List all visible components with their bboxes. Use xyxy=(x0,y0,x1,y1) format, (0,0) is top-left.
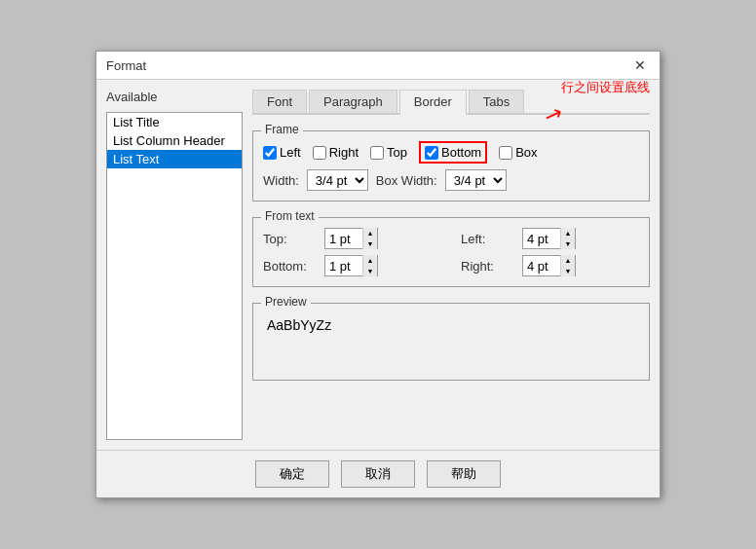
left-spin-up[interactable]: ▲ xyxy=(561,228,575,238)
tab-font[interactable]: Font xyxy=(252,90,307,113)
left-spinner-btns: ▲ ▼ xyxy=(560,228,575,249)
from-text-group: From text Top: ▲ ▼ xyxy=(252,217,650,287)
left-label: Left xyxy=(280,145,301,160)
bottom-label: Bottom xyxy=(441,145,481,160)
left-checkbox-label[interactable]: Left xyxy=(263,145,301,160)
help-button[interactable]: 帮助 xyxy=(427,460,501,488)
bottom-spinner: ▲ ▼ xyxy=(324,255,378,276)
box-width-label: Box Width: xyxy=(376,173,437,188)
bottom-row: Bottom: ▲ ▼ xyxy=(263,255,441,276)
left-ft-label: Left: xyxy=(461,232,514,246)
bottom-checkbox[interactable] xyxy=(425,146,438,160)
tab-tabs[interactable]: Tabs xyxy=(469,90,524,113)
right-checkbox[interactable] xyxy=(313,146,326,160)
bottom-ft-label: Bottom: xyxy=(263,259,317,274)
available-label: Available xyxy=(106,90,243,104)
top-ft-label: Top: xyxy=(263,232,317,246)
box-checkbox[interactable] xyxy=(499,146,512,160)
dialog-footer: 确定 取消 帮助 xyxy=(96,450,660,497)
tab-bar: Font Paragraph Border Tabs xyxy=(252,90,650,115)
close-button[interactable]: ✕ xyxy=(630,57,650,73)
right-checkbox-label[interactable]: Right xyxy=(313,145,359,160)
from-text-row1: Top: ▲ ▼ Left: xyxy=(263,228,639,249)
top-checkbox-label[interactable]: Top xyxy=(370,145,407,160)
styles-list: List Title List Column Header List Text xyxy=(106,112,243,440)
bottom-spin-down[interactable]: ▼ xyxy=(363,266,377,276)
bottom-spin-up[interactable]: ▲ xyxy=(363,255,377,266)
top-spin-down[interactable]: ▼ xyxy=(363,238,377,249)
dialog-body: Available List Title List Column Header … xyxy=(96,80,660,450)
right-panel: Font Paragraph Border Tabs Frame Left xyxy=(252,90,650,440)
from-text-row2: Bottom: ▲ ▼ Right: xyxy=(263,255,639,276)
top-input[interactable] xyxy=(325,229,362,248)
right-spinner-btns: ▲ ▼ xyxy=(560,255,575,276)
bottom-input[interactable] xyxy=(325,256,362,275)
frame-group: Frame Left Right Top xyxy=(252,130,650,201)
border-content: Frame Left Right Top xyxy=(252,123,650,440)
left-spinner: ▲ ▼ xyxy=(522,228,576,249)
box-checkbox-label[interactable]: Box xyxy=(499,145,537,160)
from-text-group-label: From text xyxy=(261,209,319,223)
right-input[interactable] xyxy=(523,256,560,275)
list-item-title[interactable]: List Title xyxy=(107,113,242,131)
left-row: Left: ▲ ▼ xyxy=(461,228,639,249)
frame-checkboxes: Left Right Top Bottom xyxy=(263,141,639,164)
bottom-checkbox-label[interactable]: Bottom xyxy=(419,141,487,164)
width-select[interactable]: 3/4 pt 1/4 pt 1/2 pt 1 pt 2 pt xyxy=(307,169,368,191)
preview-group-label: Preview xyxy=(261,295,311,309)
frame-group-label: Frame xyxy=(261,123,303,136)
top-label: Top xyxy=(387,145,407,160)
tab-paragraph[interactable]: Paragraph xyxy=(309,90,397,113)
width-label: Width: xyxy=(263,173,299,188)
top-spinner: ▲ ▼ xyxy=(324,228,378,249)
width-row: Width: 3/4 pt 1/4 pt 1/2 pt 1 pt 2 pt Bo… xyxy=(263,169,639,191)
top-row: Top: ▲ ▼ xyxy=(263,228,441,249)
right-label: Right xyxy=(329,145,359,160)
format-dialog: Format ✕ Available List Title List Colum… xyxy=(95,51,661,498)
title-bar: Format ✕ xyxy=(96,52,660,80)
top-spinner-btns: ▲ ▼ xyxy=(362,228,377,249)
box-label: Box xyxy=(515,145,537,160)
box-width-select[interactable]: 3/4 pt 1/4 pt 1/2 pt 1 pt 2 pt xyxy=(445,169,507,191)
right-ft-label: Right: xyxy=(461,259,514,274)
left-checkbox[interactable] xyxy=(263,146,277,160)
left-input[interactable] xyxy=(523,229,560,248)
cancel-button[interactable]: 取消 xyxy=(341,460,415,488)
bottom-spinner-btns: ▲ ▼ xyxy=(362,255,377,276)
right-row: Right: ▲ ▼ xyxy=(461,255,639,276)
tab-border[interactable]: Border xyxy=(399,90,467,115)
list-item-text[interactable]: List Text xyxy=(107,150,242,168)
ok-button[interactable]: 确定 xyxy=(255,460,329,488)
list-item-column-header[interactable]: List Column Header xyxy=(107,131,242,150)
right-spin-down[interactable]: ▼ xyxy=(561,266,575,276)
left-panel: Available List Title List Column Header … xyxy=(106,90,243,440)
dialog-title: Format xyxy=(106,58,146,73)
top-spin-up[interactable]: ▲ xyxy=(363,228,377,238)
top-checkbox[interactable] xyxy=(370,146,384,160)
preview-group: Preview AaBbYyZz xyxy=(252,303,650,381)
preview-text: AaBbYyZz xyxy=(263,313,639,337)
from-text-rows: Top: ▲ ▼ Left: xyxy=(263,228,639,276)
right-spinner: ▲ ▼ xyxy=(522,255,576,276)
right-spin-up[interactable]: ▲ xyxy=(561,255,575,266)
left-spin-down[interactable]: ▼ xyxy=(561,238,575,249)
